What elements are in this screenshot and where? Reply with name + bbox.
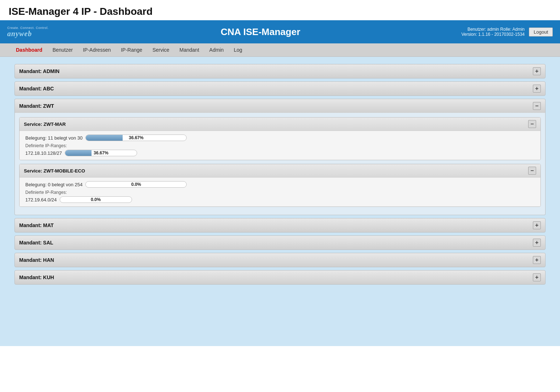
belegung-pct-ZWT-MOBILE-ECO: 0.0% bbox=[86, 182, 186, 187]
mandant-label-MAT: Mandant: MAT bbox=[19, 222, 54, 228]
service-body-ZWT-MAR: Belegung: 11 belegt von 30 36.67% Defini… bbox=[20, 131, 540, 160]
header-right: Benutzer: admin Rolle: Admin Version: 1.… bbox=[461, 27, 525, 37]
mandant-label: Mandant: ZWT bbox=[19, 103, 54, 109]
mandant-row-HAN[interactable]: Mandant: HAN + bbox=[14, 253, 546, 267]
service-toggle-ZWT-MAR[interactable]: − bbox=[528, 120, 536, 128]
mandant-toggle-KUH[interactable]: + bbox=[533, 273, 541, 281]
service-block-ZWT-MOBILE-ECO: Service: ZWT-MOBILE-ECO − Belegung: 0 be… bbox=[19, 164, 541, 207]
mandant-label-ABC: Mandant: ABC bbox=[19, 86, 54, 91]
mandant-row-ZWT[interactable]: Mandant: ZWT − bbox=[14, 99, 546, 113]
navbar: DashboardBenutzerIP-AdressenIP-RangeServ… bbox=[0, 43, 560, 57]
mandant-label-ADMIN: Mandant: ADMIN bbox=[19, 68, 59, 74]
service-header-ZWT-MAR[interactable]: Service: ZWT-MAR − bbox=[20, 118, 540, 131]
ip-range-pct-ZWT-MAR-0: 36.67% bbox=[65, 150, 137, 155]
mandant-label-KUH: Mandant: KUH bbox=[19, 274, 54, 280]
mandant-toggle-SAL[interactable]: + bbox=[533, 239, 541, 247]
app-title: CNA ISE-Manager bbox=[60, 26, 462, 38]
ip-range-text-ZWT-MAR-0: 172.18.10.128/27 bbox=[25, 150, 62, 156]
service-block-ZWT-MAR: Service: ZWT-MAR − Belegung: 11 belegt v… bbox=[19, 117, 541, 160]
mandant-row-ADMIN[interactable]: Mandant: ADMIN + bbox=[14, 64, 546, 78]
ip-range-row-0: 172.18.10.128/27 36.67% bbox=[25, 150, 535, 156]
belegung-bar-ZWT-MAR: 36.67% bbox=[85, 135, 187, 141]
user-info: Benutzer: admin Rolle: Admin bbox=[467, 27, 525, 32]
mandant-toggle-HAN[interactable]: + bbox=[533, 256, 541, 264]
main-content: Mandant: ADMIN + Mandant: ABC + Mandant:… bbox=[0, 57, 560, 346]
service-label-ZWT-MOBILE-ECO: Service: ZWT-MOBILE-ECO bbox=[24, 168, 85, 174]
mandant-label-HAN: Mandant: HAN bbox=[19, 257, 54, 263]
mandant-expanded-ZWT: Service: ZWT-MAR − Belegung: 11 belegt v… bbox=[14, 113, 546, 215]
service-toggle-ZWT-MOBILE-ECO[interactable]: − bbox=[528, 167, 536, 175]
service-header-ZWT-MOBILE-ECO[interactable]: Service: ZWT-MOBILE-ECO − bbox=[20, 164, 540, 178]
ip-range-bar-ZWT-MAR-0: 36.67% bbox=[65, 150, 137, 156]
ip-range-text-ZWT-MOBILE-ECO-0: 172.19.64.0/24 bbox=[25, 197, 57, 203]
mandant-toggle-ZWT[interactable]: − bbox=[533, 102, 541, 110]
mandant-toggle-ABC[interactable]: + bbox=[533, 85, 541, 93]
nav-item-mandant[interactable]: Mandant bbox=[178, 46, 200, 54]
nav-item-service[interactable]: Service bbox=[151, 46, 171, 54]
version-info: Version: 1.1.16 - 20170302-1534 bbox=[461, 32, 525, 37]
mandant-row-KUH[interactable]: Mandant: KUH + bbox=[14, 270, 546, 285]
belegung-row-ZWT-MOBILE-ECO: Belegung: 0 belegt von 254 0.0% bbox=[25, 181, 535, 188]
nav-item-log[interactable]: Log bbox=[232, 46, 243, 54]
ip-range-bar-ZWT-MOBILE-ECO-0: 0.0% bbox=[60, 196, 132, 203]
belegung-row-ZWT-MAR: Belegung: 11 belegt von 30 36.67% bbox=[25, 135, 535, 141]
belegung-pct-ZWT-MAR: 36.67% bbox=[86, 135, 186, 140]
logo-tagline: Create. Connect. Control. bbox=[7, 26, 49, 30]
ip-range-row-0: 172.19.64.0/24 0.0% bbox=[25, 196, 535, 203]
ip-ranges-label-ZWT-MAR: Definierte IP-Ranges: bbox=[25, 143, 535, 148]
nav-item-ip-range[interactable]: IP-Range bbox=[119, 46, 144, 54]
nav-item-dashboard[interactable]: Dashboard bbox=[14, 46, 44, 54]
nav-item-ip-adressen[interactable]: IP-Adressen bbox=[81, 46, 112, 54]
mandant-row-SAL[interactable]: Mandant: SAL + bbox=[14, 235, 546, 250]
service-label-ZWT-MAR: Service: ZWT-MAR bbox=[24, 122, 66, 127]
belegung-bar-ZWT-MOBILE-ECO: 0.0% bbox=[85, 181, 187, 188]
belegung-text-ZWT-MOBILE-ECO: Belegung: 0 belegt von 254 bbox=[25, 182, 82, 187]
nav-item-admin[interactable]: Admin bbox=[208, 46, 225, 54]
ip-range-pct-ZWT-MOBILE-ECO-0: 0.0% bbox=[60, 197, 132, 202]
mandant-label-SAL: Mandant: SAL bbox=[19, 240, 53, 246]
ip-ranges-label-ZWT-MOBILE-ECO: Definierte IP-Ranges: bbox=[25, 190, 535, 195]
belegung-text-ZWT-MAR: Belegung: 11 belegt von 30 bbox=[25, 135, 82, 141]
nav-item-benutzer[interactable]: Benutzer bbox=[51, 46, 74, 54]
logout-button[interactable]: Logout bbox=[529, 27, 553, 37]
logo-name: anyweb bbox=[7, 30, 49, 38]
logo: Create. Connect. Control. anyweb bbox=[7, 26, 49, 38]
service-body-ZWT-MOBILE-ECO: Belegung: 0 belegt von 254 0.0% Definier… bbox=[20, 178, 540, 206]
mandant-row-ABC[interactable]: Mandant: ABC + bbox=[14, 81, 546, 96]
mandant-toggle-ADMIN[interactable]: + bbox=[533, 67, 541, 75]
mandant-row-MAT[interactable]: Mandant: MAT + bbox=[14, 218, 546, 233]
header: Create. Connect. Control. anyweb CNA ISE… bbox=[0, 20, 560, 43]
mandant-toggle-MAT[interactable]: + bbox=[533, 221, 541, 229]
page-title: ISE-Manager 4 IP - Dashboard bbox=[0, 0, 560, 20]
